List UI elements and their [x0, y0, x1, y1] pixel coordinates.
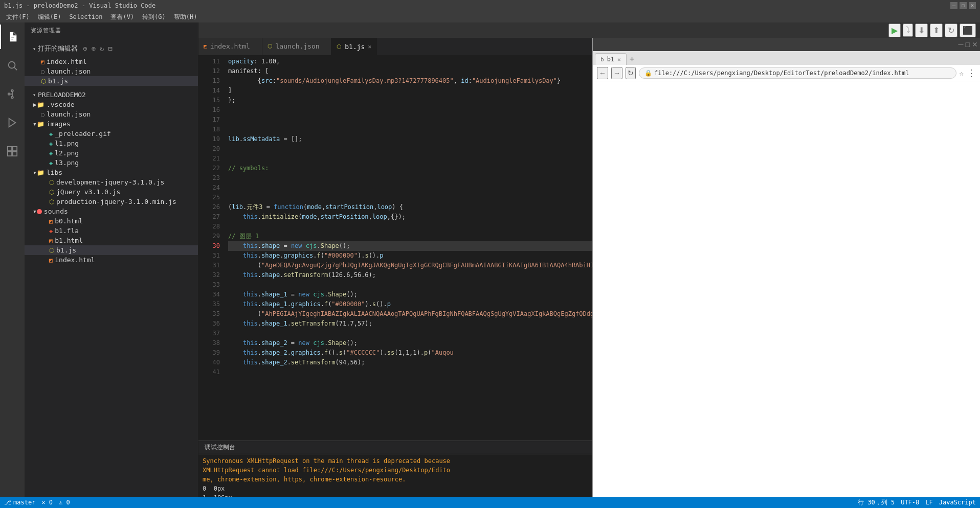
sidebar-item-b1-html[interactable]: ◩ b1.html — [25, 236, 198, 245]
browser-menu-button[interactable]: ⋮ — [967, 67, 976, 78]
console-message: 1 186px — [203, 493, 588, 497]
sidebar-item-b1-js[interactable]: ⬡ b1.js — [25, 245, 198, 255]
project-header[interactable]: ▾ PRELOADDEMO2 — [25, 90, 198, 100]
activity-git[interactable] — [0, 82, 25, 106]
activity-debug[interactable] — [0, 110, 25, 135]
error-icon: ✕ 0 — [41, 499, 53, 506]
sidebar-item-images[interactable]: ▾ 📁 images — [25, 119, 198, 129]
tab-index-html[interactable]: ◩ index.html ✕ — [198, 38, 262, 55]
folder-name: libs — [47, 169, 62, 176]
collapse-button[interactable]: ⊟ — [107, 43, 113, 54]
step-out-button[interactable]: ⬆ — [930, 24, 943, 37]
sidebar-item-l1-png[interactable]: ◈ l1.png — [25, 138, 198, 148]
sidebar-item-launch-json[interactable]: ○ launch.json — [25, 109, 198, 119]
browser-nav: ← → ↻ 🔒 file:///C:/Users/pengxiang/Deskt… — [593, 65, 980, 81]
open-editor-launch-json[interactable]: ○ launch.json — [25, 66, 198, 76]
sidebar: 资源管理器 ▾ 打开的编辑器 ⊕ ⊕ ↻ ⊟ ◩ index.html — [25, 22, 198, 497]
code-editor[interactable]: 11 12 13 14 15 16 17 18 19 20 21 22 — [198, 56, 592, 441]
tab-close-button[interactable]: ✕ — [368, 43, 371, 50]
browser-back-button[interactable]: ← — [597, 67, 608, 79]
open-editor-b1-js[interactable]: ⬡ b1.js — [25, 76, 198, 86]
sidebar-item-dev-jquery[interactable]: ⬡ development-jquery-3.1.0.js — [25, 177, 198, 187]
browser-minimize-button[interactable]: ─ — [959, 40, 964, 49]
tab-launch-json[interactable]: ⬡ launch.json ✕ — [262, 38, 332, 55]
step-over-button[interactable]: ⤵ — [903, 24, 913, 37]
project-label: PRELOADDEMO2 — [38, 91, 86, 99]
browser-refresh-button[interactable]: ↻ — [626, 67, 636, 79]
status-bar: ⎇ master ✕ 0 ⚠ 0 行 30，列 5 UTF-8 LF JavaS… — [0, 497, 980, 508]
sidebar-item-vscode[interactable]: ▶ 📁 .vscode — [25, 100, 198, 109]
open-editor-index-html[interactable]: ◩ index.html — [25, 57, 198, 66]
step-into-button[interactable]: ⬇ — [915, 24, 928, 37]
menu-goto[interactable]: 转到(G) — [138, 12, 170, 22]
chevron-down-icon: ▾ — [33, 207, 37, 215]
window-title: b1.js - preloadDemo2 - Visual Studio Cod… — [4, 2, 950, 9]
tab-b1-js[interactable]: ⬡ b1.js ✕ — [331, 38, 377, 55]
sidebar-item-libs[interactable]: ▾ 📁 libs — [25, 168, 198, 177]
browser-tab-close[interactable]: ✕ — [617, 56, 621, 63]
code-line — [228, 222, 592, 232]
tab-label: index.html — [210, 42, 250, 50]
activity-search[interactable] — [0, 53, 25, 78]
browser-close-button[interactable]: ✕ — [972, 40, 978, 49]
menu-selection[interactable]: Selection — [65, 12, 106, 21]
sidebar-item-l2-png[interactable]: ◈ l2.png — [25, 148, 198, 158]
continue-button[interactable]: ▶ — [888, 24, 901, 37]
browser-bookmark-button[interactable]: ☆ — [960, 69, 964, 77]
activity-extensions[interactable] — [0, 139, 25, 164]
sidebar-item-l3-png[interactable]: ◈ l3.png — [25, 158, 198, 168]
folder-icon: 📁 — [37, 101, 44, 108]
svg-point-2 — [11, 90, 13, 92]
code-line: lib.ssMetadata = []; — [228, 134, 592, 144]
activity-explorer[interactable] — [0, 25, 25, 49]
menu-view[interactable]: 查看(V) — [106, 12, 138, 22]
sidebar-item-b1-fla[interactable]: ◈ b1.fla — [25, 226, 198, 236]
status-language[interactable]: JavaScript — [939, 498, 976, 507]
menu-file[interactable]: 文件(F) — [2, 12, 34, 22]
file-name: l2.png — [55, 149, 79, 157]
menu-edit[interactable]: 编辑(E) — [34, 12, 65, 22]
stop-button[interactable]: ⬛ — [960, 24, 976, 37]
new-browser-tab-button[interactable]: + — [627, 53, 638, 65]
file-name: b0.html — [55, 217, 83, 225]
sidebar-item-sounds[interactable]: ▾ sounds — [25, 206, 198, 216]
file-name: development-jquery-3.1.0.js — [56, 178, 164, 186]
sidebar-item-preloader-gif[interactable]: ◈ _preloader.gif — [25, 129, 198, 138]
minimize-button[interactable]: ─ — [950, 2, 957, 9]
menu-help[interactable]: 帮助(H) — [170, 12, 202, 22]
browser-window-controls: ─ □ ✕ — [593, 38, 980, 51]
open-editors-header[interactable]: ▾ 打开的编辑器 ⊕ ⊕ ↻ ⊟ — [25, 40, 198, 57]
png-file-icon: ◈ — [49, 159, 53, 167]
refresh-button[interactable]: ↻ — [99, 43, 105, 54]
file-name: index.html — [55, 256, 95, 264]
code-line — [228, 329, 592, 338]
sidebar-item-jquery[interactable]: ⬡ jQuery v3.1.0.js — [25, 187, 198, 197]
browser-restore-button[interactable]: □ — [966, 40, 970, 49]
restart-button[interactable]: ↻ — [945, 24, 957, 37]
sidebar-item-prod-jquery[interactable]: ⬡ production-jquery-3.1.0.min.js — [25, 197, 198, 206]
status-cursor[interactable]: 行 30，列 5 — [858, 498, 895, 507]
console-message: Synchronous XMLHttpRequest on the main t… — [203, 456, 588, 466]
status-line-ending[interactable]: LF — [925, 498, 932, 507]
browser-tab-b1[interactable]: b b1 ✕ — [595, 53, 627, 65]
folder-name: sounds — [44, 207, 68, 215]
status-warnings[interactable]: ⚠ 0 — [59, 499, 70, 506]
line-numbers: 11 12 13 14 15 16 17 18 19 20 21 22 — [198, 56, 224, 441]
sidebar-item-b0-html[interactable]: ◩ b0.html — [25, 216, 198, 226]
line-num: 41 — [203, 367, 220, 377]
status-encoding[interactable]: UTF-8 — [901, 498, 919, 507]
line-num: 38 — [203, 338, 220, 348]
file-name: b1.js — [56, 246, 76, 254]
file-name: b1.html — [55, 237, 83, 244]
status-errors[interactable]: ✕ 0 — [41, 499, 53, 506]
status-git-branch[interactable]: ⎇ master — [4, 499, 35, 506]
sidebar-item-index-html[interactable]: ◩ index.html — [25, 255, 198, 265]
title-bar: b1.js - preloadDemo2 - Visual Studio Cod… — [0, 0, 980, 11]
new-file-button[interactable]: ⊕ — [82, 43, 88, 54]
save-all-button[interactable]: ⊕ — [90, 43, 96, 54]
browser-forward-button[interactable]: → — [611, 67, 622, 79]
sidebar-title: 资源管理器 — [25, 22, 198, 38]
maximize-button[interactable]: □ — [960, 2, 967, 9]
browser-url-bar[interactable]: 🔒 file:///C:/Users/pengxiang/Desktop/Edi… — [639, 67, 956, 79]
close-button[interactable]: ✕ — [969, 2, 976, 9]
